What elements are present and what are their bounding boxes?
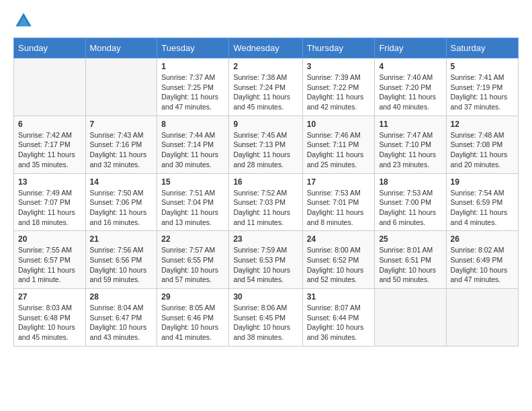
day-number: 21 (90, 234, 153, 244)
calendar-cell: 6Sunrise: 7:42 AM Sunset: 7:17 PM Daylig… (14, 116, 86, 173)
calendar-cell: 10Sunrise: 7:46 AM Sunset: 7:11 PM Dayli… (302, 116, 375, 173)
day-info: Sunrise: 8:07 AM Sunset: 6:44 PM Dayligh… (307, 303, 371, 342)
day-number: 29 (161, 292, 224, 302)
weekday-header-wednesday: Wednesday (229, 38, 302, 58)
day-number: 27 (18, 292, 81, 302)
day-number: 17 (307, 177, 371, 187)
day-number: 15 (161, 177, 224, 187)
day-info: Sunrise: 7:41 AM Sunset: 7:19 PM Dayligh… (451, 73, 515, 112)
weekday-header-row: SundayMondayTuesdayWednesdayThursdayFrid… (14, 38, 519, 58)
calendar-cell: 4Sunrise: 7:40 AM Sunset: 7:20 PM Daylig… (375, 58, 446, 116)
calendar-cell: 23Sunrise: 7:59 AM Sunset: 6:53 PM Dayli… (229, 231, 302, 289)
calendar-cell: 24Sunrise: 8:00 AM Sunset: 6:52 PM Dayli… (302, 231, 375, 289)
calendar-cell: 14Sunrise: 7:50 AM Sunset: 7:06 PM Dayli… (85, 173, 157, 231)
calendar-cell: 30Sunrise: 8:06 AM Sunset: 6:45 PM Dayli… (229, 289, 302, 347)
calendar-cell: 28Sunrise: 8:04 AM Sunset: 6:47 PM Dayli… (85, 289, 157, 347)
day-info: Sunrise: 7:47 AM Sunset: 7:10 PM Dayligh… (379, 130, 441, 170)
day-info: Sunrise: 8:06 AM Sunset: 6:45 PM Dayligh… (233, 303, 298, 342)
calendar-week-row: 6Sunrise: 7:42 AM Sunset: 7:17 PM Daylig… (14, 116, 519, 173)
calendar-cell: 11Sunrise: 7:47 AM Sunset: 7:10 PM Dayli… (375, 116, 446, 173)
day-number: 14 (90, 177, 153, 187)
day-number: 7 (90, 120, 153, 129)
calendar-week-row: 27Sunrise: 8:03 AM Sunset: 6:48 PM Dayli… (14, 289, 519, 347)
day-number: 4 (379, 62, 441, 71)
calendar-cell: 15Sunrise: 7:51 AM Sunset: 7:04 PM Dayli… (157, 173, 229, 231)
day-number: 30 (233, 292, 298, 302)
calendar-cell: 8Sunrise: 7:44 AM Sunset: 7:14 PM Daylig… (157, 116, 229, 173)
calendar-cell: 21Sunrise: 7:56 AM Sunset: 6:56 PM Dayli… (85, 231, 157, 289)
day-info: Sunrise: 7:37 AM Sunset: 7:25 PM Dayligh… (161, 73, 224, 112)
day-number: 8 (161, 120, 224, 129)
calendar-cell: 7Sunrise: 7:43 AM Sunset: 7:16 PM Daylig… (85, 116, 157, 173)
day-info: Sunrise: 7:45 AM Sunset: 7:13 PM Dayligh… (233, 130, 298, 170)
day-info: Sunrise: 7:56 AM Sunset: 6:56 PM Dayligh… (90, 245, 153, 285)
weekday-header-tuesday: Tuesday (157, 38, 229, 58)
calendar-week-row: 1Sunrise: 7:37 AM Sunset: 7:25 PM Daylig… (14, 58, 519, 116)
calendar-cell: 26Sunrise: 8:02 AM Sunset: 6:49 PM Dayli… (446, 231, 519, 289)
page: SundayMondayTuesdayWednesdayThursdayFrid… (0, 0, 532, 357)
weekday-header-thursday: Thursday (302, 38, 375, 58)
day-number: 23 (233, 234, 298, 244)
calendar-cell: 12Sunrise: 7:48 AM Sunset: 7:08 PM Dayli… (446, 116, 519, 173)
day-info: Sunrise: 8:01 AM Sunset: 6:51 PM Dayligh… (379, 245, 441, 285)
day-info: Sunrise: 7:46 AM Sunset: 7:11 PM Dayligh… (307, 130, 371, 170)
calendar-cell: 1Sunrise: 7:37 AM Sunset: 7:25 PM Daylig… (157, 58, 229, 116)
day-info: Sunrise: 7:38 AM Sunset: 7:24 PM Dayligh… (233, 73, 298, 112)
day-number: 1 (161, 62, 224, 71)
weekday-header-monday: Monday (85, 38, 157, 58)
day-number: 6 (18, 120, 81, 129)
day-number: 2 (233, 62, 298, 71)
day-info: Sunrise: 7:54 AM Sunset: 6:59 PM Dayligh… (451, 188, 515, 228)
calendar-cell: 27Sunrise: 8:03 AM Sunset: 6:48 PM Dayli… (14, 289, 86, 347)
day-info: Sunrise: 7:59 AM Sunset: 6:53 PM Dayligh… (233, 245, 298, 285)
day-info: Sunrise: 7:53 AM Sunset: 7:00 PM Dayligh… (379, 188, 441, 228)
calendar-cell: 31Sunrise: 8:07 AM Sunset: 6:44 PM Dayli… (302, 289, 375, 347)
calendar-week-row: 13Sunrise: 7:49 AM Sunset: 7:07 PM Dayli… (14, 173, 519, 231)
weekday-header-saturday: Saturday (446, 38, 519, 58)
header (13, 11, 519, 31)
day-number: 24 (307, 234, 371, 244)
day-number: 18 (379, 177, 441, 187)
day-info: Sunrise: 8:05 AM Sunset: 6:46 PM Dayligh… (161, 303, 224, 342)
day-number: 3 (307, 62, 371, 71)
day-number: 25 (379, 234, 441, 244)
calendar-cell: 18Sunrise: 7:53 AM Sunset: 7:00 PM Dayli… (375, 173, 446, 231)
day-number: 20 (18, 234, 81, 244)
day-info: Sunrise: 7:51 AM Sunset: 7:04 PM Dayligh… (161, 188, 224, 228)
day-info: Sunrise: 8:04 AM Sunset: 6:47 PM Dayligh… (90, 303, 153, 342)
day-info: Sunrise: 8:00 AM Sunset: 6:52 PM Dayligh… (307, 245, 371, 285)
calendar-cell: 13Sunrise: 7:49 AM Sunset: 7:07 PM Dayli… (14, 173, 86, 231)
calendar-cell: 22Sunrise: 7:57 AM Sunset: 6:55 PM Dayli… (157, 231, 229, 289)
day-info: Sunrise: 7:40 AM Sunset: 7:20 PM Dayligh… (379, 73, 441, 112)
logo-icon (13, 11, 34, 31)
calendar-cell: 3Sunrise: 7:39 AM Sunset: 7:22 PM Daylig… (302, 58, 375, 116)
day-number: 13 (18, 177, 81, 187)
calendar-cell (14, 58, 86, 116)
day-number: 26 (451, 234, 515, 244)
day-number: 16 (233, 177, 298, 187)
day-info: Sunrise: 7:48 AM Sunset: 7:08 PM Dayligh… (451, 130, 515, 170)
calendar-cell (446, 289, 519, 347)
calendar-cell: 20Sunrise: 7:55 AM Sunset: 6:57 PM Dayli… (14, 231, 86, 289)
calendar-cell: 17Sunrise: 7:53 AM Sunset: 7:01 PM Dayli… (302, 173, 375, 231)
calendar-cell: 25Sunrise: 8:01 AM Sunset: 6:51 PM Dayli… (375, 231, 446, 289)
day-info: Sunrise: 8:02 AM Sunset: 6:49 PM Dayligh… (451, 245, 515, 285)
day-info: Sunrise: 7:52 AM Sunset: 7:03 PM Dayligh… (233, 188, 298, 228)
day-number: 9 (233, 120, 298, 129)
weekday-header-sunday: Sunday (14, 38, 86, 58)
day-number: 5 (451, 62, 515, 71)
calendar-week-row: 20Sunrise: 7:55 AM Sunset: 6:57 PM Dayli… (14, 231, 519, 289)
day-info: Sunrise: 7:44 AM Sunset: 7:14 PM Dayligh… (161, 130, 224, 170)
calendar-cell: 9Sunrise: 7:45 AM Sunset: 7:13 PM Daylig… (229, 116, 302, 173)
calendar-cell: 5Sunrise: 7:41 AM Sunset: 7:19 PM Daylig… (446, 58, 519, 116)
calendar-cell: 16Sunrise: 7:52 AM Sunset: 7:03 PM Dayli… (229, 173, 302, 231)
day-info: Sunrise: 7:43 AM Sunset: 7:16 PM Dayligh… (90, 130, 153, 170)
day-info: Sunrise: 7:39 AM Sunset: 7:22 PM Dayligh… (307, 73, 371, 112)
day-info: Sunrise: 8:03 AM Sunset: 6:48 PM Dayligh… (18, 303, 81, 342)
day-info: Sunrise: 7:50 AM Sunset: 7:06 PM Dayligh… (90, 188, 153, 228)
calendar-cell: 19Sunrise: 7:54 AM Sunset: 6:59 PM Dayli… (446, 173, 519, 231)
logo (13, 11, 36, 31)
day-info: Sunrise: 7:49 AM Sunset: 7:07 PM Dayligh… (18, 188, 81, 228)
day-info: Sunrise: 7:53 AM Sunset: 7:01 PM Dayligh… (307, 188, 371, 228)
day-number: 19 (451, 177, 515, 187)
